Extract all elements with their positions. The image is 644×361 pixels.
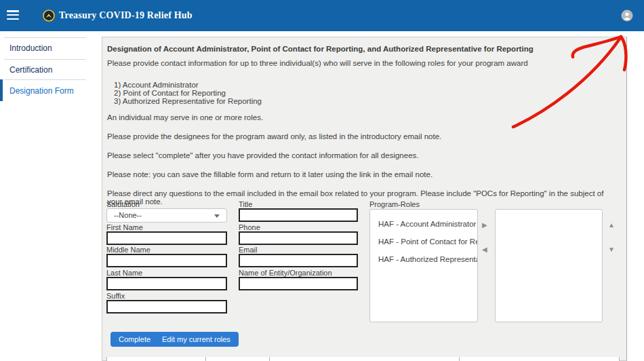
results-table-top-edge — [106, 357, 620, 361]
note-paragraph: Please select "complete" after you have … — [107, 151, 619, 159]
salutation-label: Salutation — [106, 200, 140, 208]
sidebar-item-certification[interactable]: Certification — [9, 65, 87, 75]
active-item-indicator — [0, 79, 3, 101]
note-paragraph: Please direct any questions to the email… — [107, 189, 619, 206]
middle-name-label: Middle Name — [106, 246, 150, 254]
role-list-item-1: 1) Account Administrator — [114, 81, 199, 89]
picklist-option[interactable]: HAF - Account Administrator — [370, 215, 477, 233]
program-roles-label: Program-Roles — [369, 200, 420, 208]
last-name-label: Last Name — [106, 269, 142, 277]
picklist-option[interactable]: HAF - Authorized Representative fo... — [370, 250, 477, 268]
entity-field[interactable] — [239, 277, 358, 290]
app-header: Treasury COVID-19 Relief Hub — [0, 0, 644, 31]
phone-label: Phone — [239, 223, 260, 231]
intro-text: Please provide contact information for u… — [107, 59, 619, 67]
salutation-value: --None-- — [114, 211, 142, 219]
user-avatar-icon[interactable] — [621, 10, 633, 22]
sidebar-item-designation-form[interactable]: Designation Form — [9, 86, 87, 96]
program-roles-available-listbox[interactable]: HAF - Account Administrator HAF - Point … — [369, 209, 478, 322]
email-field[interactable] — [239, 254, 358, 267]
move-left-icon[interactable]: ◀ — [482, 246, 487, 253]
role-list-item-2: 2) Point of Contact for Reporting — [114, 89, 226, 97]
sidebar-divider — [4, 37, 86, 38]
note-paragraph: An individual may serve in one or more r… — [107, 113, 619, 121]
treasury-logo-icon — [43, 10, 55, 22]
chevron-down-icon — [214, 214, 220, 218]
role-list-item-3: 3) Authorized Representative for Reporti… — [114, 97, 262, 105]
title-field[interactable] — [239, 208, 358, 222]
entity-label: Name of Entity/Organization — [239, 269, 332, 277]
email-label: Email — [239, 246, 258, 254]
move-down-icon[interactable]: ▼ — [608, 246, 615, 253]
program-roles-chosen-listbox[interactable] — [495, 209, 603, 322]
phone-field[interactable] — [239, 231, 358, 245]
move-right-icon[interactable]: ▶ — [482, 222, 487, 229]
complete-button[interactable]: Complete — [110, 332, 159, 347]
sidebar-divider — [4, 59, 86, 60]
first-name-label: First Name — [106, 223, 143, 231]
salutation-select[interactable]: --None-- — [106, 208, 227, 223]
suffix-label: Suffix — [106, 292, 125, 300]
title-label: Title — [239, 200, 252, 208]
page-title: Designation of Account Administrator, Po… — [107, 45, 619, 53]
last-name-field[interactable] — [106, 277, 227, 290]
sidebar-item-introduction[interactable]: Introduction — [9, 43, 87, 53]
note-paragraph: Please provide the designees for the pro… — [107, 132, 619, 140]
first-name-field[interactable] — [106, 231, 227, 245]
app-title: Treasury COVID-19 Relief Hub — [59, 10, 193, 21]
edit-roles-button[interactable]: Edit my current roles — [154, 332, 239, 347]
middle-name-field[interactable] — [106, 254, 227, 267]
hamburger-menu-icon[interactable] — [7, 10, 19, 20]
note-paragraph: Please note: you can save the fillable f… — [107, 170, 619, 178]
sidebar-divider — [4, 79, 86, 80]
suffix-field[interactable] — [106, 300, 227, 314]
move-up-icon[interactable]: ▲ — [608, 222, 615, 229]
picklist-option[interactable]: HAF - Point of Contact for Reporting — [370, 233, 477, 250]
